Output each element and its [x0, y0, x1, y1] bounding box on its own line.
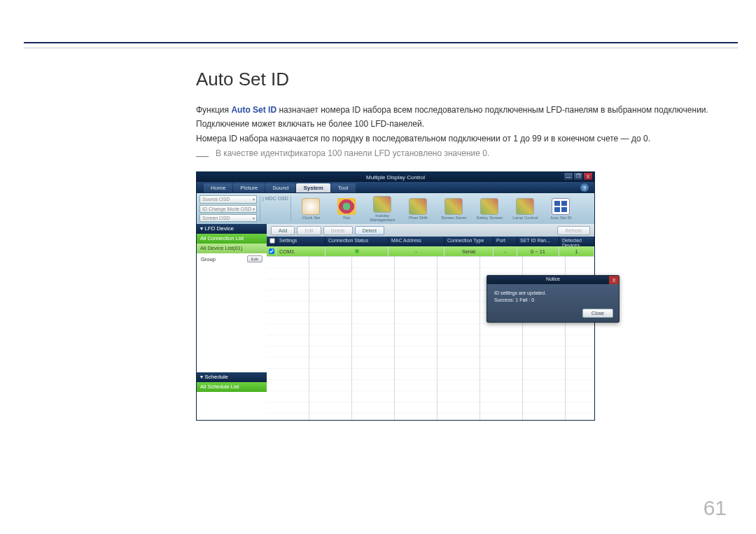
cell-port: - [493, 246, 517, 256]
ribbon-safety-screen[interactable]: Safety Screen [474, 198, 505, 220]
header-rule [24, 42, 738, 43]
cell-mac: - [388, 246, 444, 256]
grid-icon [552, 198, 570, 215]
tab-tool[interactable]: Tool [331, 183, 356, 192]
sidebar-header-lfd[interactable]: ▾ LFD Device [197, 224, 267, 234]
cell-status [326, 246, 388, 256]
label: Holiday Management [367, 213, 398, 222]
refresh-button[interactable]: Refresh [557, 226, 590, 235]
edit-button[interactable]: Edit [247, 255, 262, 262]
dialog-line1: ID settings are updated. [494, 290, 612, 297]
dialog-line2: Success: 1 Fail : 0 [494, 297, 612, 304]
th-port[interactable]: Port [493, 237, 517, 246]
th-settings[interactable]: Settings [276, 237, 326, 246]
dialog-footer: Close [487, 306, 619, 322]
ribbon-lamp-control[interactable]: Lamp Control [510, 198, 541, 220]
label: Safety Screen [476, 216, 503, 220]
ribbon-dropdowns: Source OSD ID Change Mode OSD Screen OSD [197, 193, 260, 224]
tab-system[interactable]: System [296, 183, 330, 192]
cell-sid: 0 ~ 11 [517, 246, 559, 256]
text: назначает номера ID набора всем последов… [276, 105, 708, 115]
dropdown-id-change-mode[interactable]: ID Change Mode OSD [200, 205, 257, 213]
tab-picture[interactable]: Picture [233, 183, 265, 192]
paragraph-1: Функция Auto Set ID назначает номера ID … [196, 103, 728, 117]
table-header: Settings Connection Status MAC Address C… [267, 237, 594, 246]
ribbon-auto-set-id[interactable]: Auto Set ID [545, 198, 577, 220]
toolbar: Add Edit Delete Detect Refresh [267, 224, 594, 237]
notice-dialog: Notice X ID settings are updated. Succes… [486, 275, 620, 323]
label: Clock Set [302, 216, 320, 220]
detect-button[interactable]: Detect [355, 226, 384, 235]
safety-icon [480, 198, 498, 215]
section-heading: Auto Set ID [196, 69, 728, 90]
sidebar-all-connection-list[interactable]: All Connection List [197, 234, 267, 244]
clock-icon [302, 198, 320, 215]
note: ― В качестве идентификатора 100 панели L… [196, 148, 728, 162]
sidebar-fill [197, 392, 267, 420]
window-minimize-button[interactable]: — [564, 172, 573, 181]
th-connection-status[interactable]: Connection Status [326, 237, 388, 246]
page-number: 61 [704, 496, 727, 520]
pixel-icon [409, 198, 427, 215]
th-checkbox[interactable] [267, 237, 276, 246]
label: Fan [343, 216, 350, 220]
page-content: Auto Set ID Функция Auto Set ID назначае… [196, 69, 728, 421]
help-button[interactable]: ? [580, 183, 589, 192]
th-mac-address[interactable]: MAC Address [388, 237, 444, 246]
sidebar-all-schedule-list[interactable]: All Schedule List [197, 382, 267, 392]
cell-detected: 1 [559, 246, 594, 256]
ribbon-screen-saver[interactable]: Screen Saver [438, 198, 470, 220]
dialog-title-text: Notice [546, 276, 560, 281]
note-text: В качестве идентификатора 100 панели LFD… [216, 148, 489, 162]
cell-name: COM1 [276, 246, 326, 256]
ribbon-holiday[interactable]: Holiday Management [367, 196, 398, 222]
dialog-close-icon[interactable]: X [609, 276, 619, 284]
table-row[interactable]: COM1 - Serial - 0 ~ 11 1 [267, 246, 594, 257]
delete-button[interactable]: Delete [323, 226, 353, 235]
tab-sound[interactable]: Sound [265, 183, 295, 192]
menubar: Home Picture Sound System Tool ? [197, 182, 594, 193]
th-detected-devices[interactable]: Detected Devices [559, 237, 594, 246]
sidebar-group-row: Group Edit [197, 253, 267, 265]
dash-icon: ― [196, 149, 209, 162]
holiday-icon [373, 196, 391, 213]
ribbon-fan[interactable]: Fan [331, 198, 363, 220]
group-label: Group [201, 256, 216, 262]
edit-button[interactable]: Edit [297, 226, 321, 235]
sidebar: ▾ LFD Device All Connection List All Dev… [197, 224, 267, 420]
sidebar-fill [197, 265, 267, 372]
sidebar-header-schedule[interactable]: ▾ Schedule [197, 372, 267, 382]
row-checkbox[interactable] [267, 246, 276, 256]
label: Pixel Shift [409, 216, 428, 220]
label: Screen Saver [441, 216, 466, 220]
mdc-osd-label: | MDC OSD [260, 193, 290, 224]
screenshot-container: Multiple Display Control — ❐ X Home Pict… [196, 171, 728, 421]
status-dot-icon [355, 249, 359, 253]
window-title: Multiple Display Control [366, 174, 425, 181]
cell-type: Serial [444, 246, 493, 256]
dialog-title: Notice X [487, 276, 619, 284]
fan-icon [337, 198, 356, 215]
dropdown-screen-osd[interactable]: Screen OSD [200, 214, 257, 222]
label: Lamp Control [512, 216, 538, 220]
ribbon: Source OSD ID Change Mode OSD Screen OSD… [197, 193, 594, 224]
sidebar-all-device-list[interactable]: All Device List(01) [197, 244, 267, 253]
paragraph-2: Подключение может включать не более 100 … [196, 117, 728, 131]
window-maximize-button[interactable]: ❐ [573, 172, 583, 181]
dialog-body: ID settings are updated. Success: 1 Fail… [487, 284, 619, 306]
window-close-button[interactable]: X [583, 172, 593, 181]
paragraph-3: Номера ID набора назначается по порядку … [196, 132, 728, 146]
th-set-id-range[interactable]: SET ID Ran... [517, 237, 559, 246]
th-connection-type[interactable]: Connection Type [444, 237, 493, 246]
tab-home[interactable]: Home [204, 183, 232, 192]
add-button[interactable]: Add [271, 226, 295, 235]
screen-icon [444, 198, 463, 215]
dropdown-source-osd[interactable]: Source OSD [200, 195, 257, 203]
window-titlebar: Multiple Display Control — ❐ X [197, 172, 594, 182]
term-auto-set-id: Auto Set ID [231, 105, 276, 115]
label: Auto Set ID [550, 216, 572, 220]
text: Функция [196, 105, 231, 115]
ribbon-clock-set[interactable]: Clock Set [295, 198, 327, 220]
dialog-close-button[interactable]: Close [582, 309, 613, 318]
ribbon-pixel-shift[interactable]: Pixel Shift [402, 198, 434, 220]
